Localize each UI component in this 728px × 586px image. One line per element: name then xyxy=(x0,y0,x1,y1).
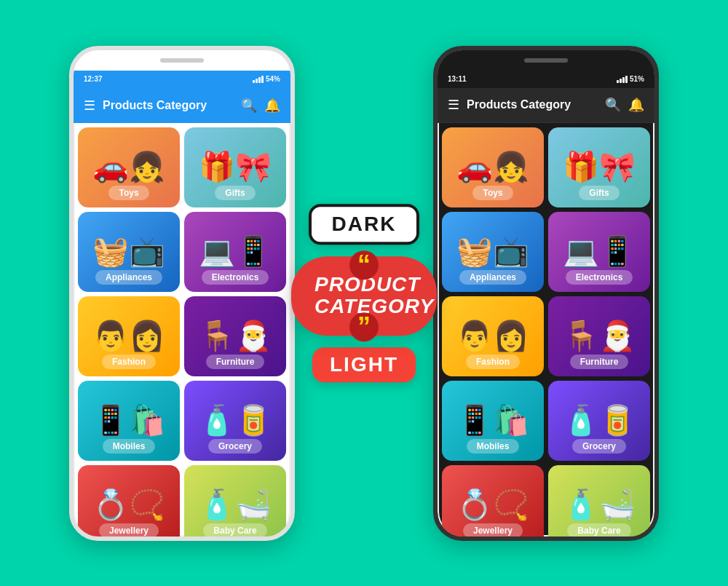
speech-bubble: PRODUCT CATEGORY xyxy=(291,256,437,336)
bar1 xyxy=(253,80,255,83)
category-label: Fashion xyxy=(102,355,156,369)
category-label: Furniture xyxy=(206,355,265,369)
speaker-dark xyxy=(524,58,568,63)
time-dark: 13:11 xyxy=(448,75,467,83)
dark-phone: 13:11 51% ☰ Products Category 🔍 🔔 🚗👧 Toy… xyxy=(433,46,659,541)
category-emoji: 👨👩 xyxy=(92,321,165,350)
category-card-toys[interactable]: 🚗👧 Toys xyxy=(78,127,180,207)
vol-down-button[interactable] xyxy=(69,167,71,189)
menu-icon-dark[interactable]: ☰ xyxy=(448,97,459,113)
category-card-appliances[interactable]: 🧺📺 Appliances xyxy=(78,212,180,292)
category-emoji: 💍📿 xyxy=(92,490,165,519)
center-content: DARK PRODUCT CATEGORY LIGHT xyxy=(291,204,437,383)
category-label: Mobiles xyxy=(103,439,156,454)
power-button-dark[interactable] xyxy=(657,152,659,196)
category-label: Baby Care xyxy=(567,523,630,536)
category-label: Jewellery xyxy=(99,523,159,536)
category-emoji: 💻📱 xyxy=(199,237,272,266)
category-label: Toys xyxy=(108,186,149,200)
category-label: Grocery xyxy=(572,439,626,454)
category-card-mobiles[interactable]: 📱🛍️ Mobiles xyxy=(442,381,544,461)
power-button[interactable] xyxy=(293,152,295,196)
status-bar-dark: 13:11 51% xyxy=(438,71,654,88)
category-card-fashion[interactable]: 👨👩 Fashion xyxy=(78,296,180,376)
category-card-furniture[interactable]: 🪑🎅 Furniture xyxy=(548,296,650,376)
category-emoji: 🧴🛁 xyxy=(563,490,636,519)
category-grid-light: 🚗👧 Toys 🎁🎀 Gifts 🧺📺 Appliances 💻📱 Electr… xyxy=(74,123,290,536)
category-label: Mobiles xyxy=(467,439,520,454)
category-card-gifts[interactable]: 🎁🎀 Gifts xyxy=(548,127,650,207)
category-emoji: 🧺📺 xyxy=(456,237,529,266)
bar4d xyxy=(625,76,628,83)
category-emoji: 🪑🎅 xyxy=(199,321,272,350)
category-card-electronics[interactable]: 💻📱 Electronics xyxy=(548,212,650,292)
category-label: Fashion xyxy=(466,355,520,369)
category-emoji: 🪑🎅 xyxy=(563,321,636,350)
signal-light xyxy=(253,76,264,83)
category-grid-dark: 🚗👧 Toys 🎁🎀 Gifts 🧺📺 Appliances 💻📱 Electr… xyxy=(438,123,654,536)
category-emoji: 🎁🎀 xyxy=(199,152,272,181)
category-label: Jewellery xyxy=(463,523,523,536)
category-card-baby-care[interactable]: 🧴🛁 Baby Care xyxy=(184,465,286,536)
bar4 xyxy=(261,76,264,83)
category-emoji: 💻📱 xyxy=(563,237,636,266)
category-emoji: 🚗👧 xyxy=(456,152,529,181)
time-light: 12:37 xyxy=(84,75,103,83)
category-card-baby-care[interactable]: 🧴🛁 Baby Care xyxy=(548,465,650,536)
phone-top xyxy=(74,50,290,71)
category-emoji: 🚗👧 xyxy=(92,152,165,181)
title-dark: Products Category xyxy=(467,98,598,111)
category-label: Grocery xyxy=(208,439,262,454)
category-label: Electronics xyxy=(202,270,269,285)
category-label: Furniture xyxy=(570,355,629,369)
title-light: Products Category xyxy=(103,99,234,112)
vol-up-button[interactable] xyxy=(69,138,71,159)
category-label: Gifts xyxy=(215,186,255,200)
category-emoji: 📱🛍️ xyxy=(92,405,165,435)
category-card-fashion[interactable]: 👨👩 Fashion xyxy=(442,296,544,376)
dark-badge: DARK xyxy=(309,204,420,245)
category-label: Appliances xyxy=(459,270,526,285)
category-label: Toys xyxy=(472,186,513,200)
category-emoji: 🎁🎀 xyxy=(563,152,636,181)
category-card-gifts[interactable]: 🎁🎀 Gifts xyxy=(184,127,286,207)
category-card-grocery[interactable]: 🧴🥫 Grocery xyxy=(184,381,286,461)
battery-light: 54% xyxy=(266,75,280,83)
category-emoji: 🧴🥫 xyxy=(199,405,272,435)
bell-icon-light[interactable]: 🔔 xyxy=(264,98,280,114)
category-card-jewellery[interactable]: 💍📿 Jewellery xyxy=(442,465,544,536)
category-emoji: 🧴🥫 xyxy=(563,405,636,435)
bubble-title: PRODUCT CATEGORY xyxy=(314,274,414,319)
category-card-furniture[interactable]: 🪑🎅 Furniture xyxy=(184,296,286,376)
category-card-appliances[interactable]: 🧺📺 Appliances xyxy=(442,212,544,292)
category-emoji: 📱🛍️ xyxy=(456,405,529,435)
status-bar-light: 12:37 54% xyxy=(74,71,290,88)
search-icon-light[interactable]: 🔍 xyxy=(241,98,257,114)
top-bar-light: ☰ Products Category 🔍 🔔 xyxy=(74,88,290,123)
category-emoji: 🧴🛁 xyxy=(199,490,272,519)
category-card-grocery[interactable]: 🧴🥫 Grocery xyxy=(548,381,650,461)
light-badge: LIGHT xyxy=(312,347,416,382)
bell-icon-dark[interactable]: 🔔 xyxy=(628,97,644,113)
category-label: Gifts xyxy=(579,186,619,200)
vol-down-button-dark[interactable] xyxy=(433,167,435,189)
category-card-mobiles[interactable]: 📱🛍️ Mobiles xyxy=(78,381,180,461)
menu-icon-light[interactable]: ☰ xyxy=(84,98,95,114)
category-card-toys[interactable]: 🚗👧 Toys xyxy=(442,127,544,207)
phone-top-dark xyxy=(438,50,654,71)
battery-dark: 51% xyxy=(630,75,644,83)
bar1d xyxy=(617,80,619,83)
status-right-light: 54% xyxy=(253,75,280,83)
category-emoji: 👨👩 xyxy=(456,321,529,350)
search-icon-dark[interactable]: 🔍 xyxy=(605,97,621,113)
bar2 xyxy=(256,79,258,83)
category-label: Appliances xyxy=(95,270,162,285)
bar3d xyxy=(622,77,625,83)
category-label: Baby Care xyxy=(203,523,266,536)
vol-up-button-dark[interactable] xyxy=(433,138,435,159)
category-card-electronics[interactable]: 💻📱 Electronics xyxy=(184,212,286,292)
category-label: Electronics xyxy=(566,270,633,285)
bar2d xyxy=(620,79,622,83)
category-emoji: 🧺📺 xyxy=(92,237,165,266)
category-card-jewellery[interactable]: 💍📿 Jewellery xyxy=(78,465,180,536)
